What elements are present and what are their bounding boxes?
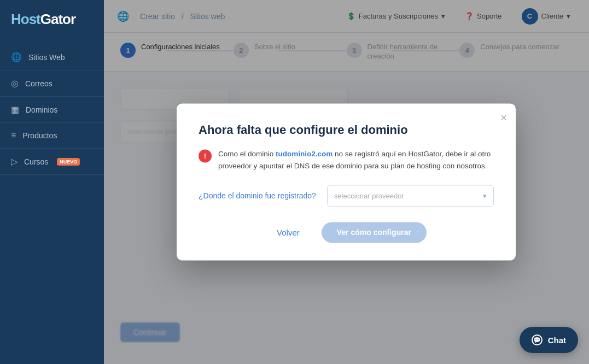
sidebar-label-productos: Productos [22,131,57,140]
mail-icon: ◎ [11,78,19,89]
modal-dialog: × Ahora falta que configure el dominio !… [177,103,516,260]
domain-icon: ▦ [11,104,19,115]
modal-title: Ahora falta que configure el dominio [199,123,494,137]
sidebar-item-correos[interactable]: ◎ Correos [0,71,104,97]
alert-icon: ! [199,149,212,162]
logo: HostGator [0,0,104,44]
provider-question: ¿Donde el dominio fue registrado? [199,192,316,201]
alert-text: Como el dominio tudominio2.com no se reg… [218,148,494,172]
provider-row: ¿Donde el dominio fue registrado? selecc… [199,185,494,207]
products-icon: ≡ [11,131,16,140]
sidebar-label-sitios-web: Sitios Web [28,53,65,62]
modal-close-button[interactable]: × [500,112,507,123]
chat-button[interactable]: 💬 Chat [520,327,578,353]
sidebar-label-dominios: Dominios [26,105,57,114]
chat-bubble-icon: 💬 [532,334,543,345]
domain-highlight: tudominio2.com [276,150,333,158]
sidebar-item-cursos[interactable]: ▷ Cursos NUEVO [0,149,104,175]
new-badge: NUEVO [57,158,80,166]
modal-alert: ! Como el dominio tudominio2.com no se r… [199,148,494,172]
globe-icon: 🌐 [11,52,22,62]
back-button[interactable]: Volver [266,222,311,243]
configure-button[interactable]: Ver cómo configurar [322,222,427,243]
sidebar: HostGator 🌐 Sitios Web ◎ Correos ▦ Domin… [0,0,104,364]
modal-actions: Volver Ver cómo configurar [199,222,494,243]
sidebar-nav: 🌐 Sitios Web ◎ Correos ▦ Dominios ≡ Prod… [0,44,104,175]
select-chevron-icon: ▾ [483,192,487,200]
select-placeholder: seleccionar proveedor [334,192,404,200]
provider-select[interactable]: seleccionar proveedor ▾ [327,185,494,207]
courses-icon: ▷ [11,156,18,167]
sidebar-label-correos: Correos [25,79,53,88]
sidebar-item-dominios[interactable]: ▦ Dominios [0,97,104,123]
sidebar-item-sitios-web[interactable]: 🌐 Sitios Web [0,44,104,71]
sidebar-label-cursos: Cursos [24,157,48,166]
sidebar-item-productos[interactable]: ≡ Productos [0,123,104,149]
chat-label: Chat [548,336,566,345]
